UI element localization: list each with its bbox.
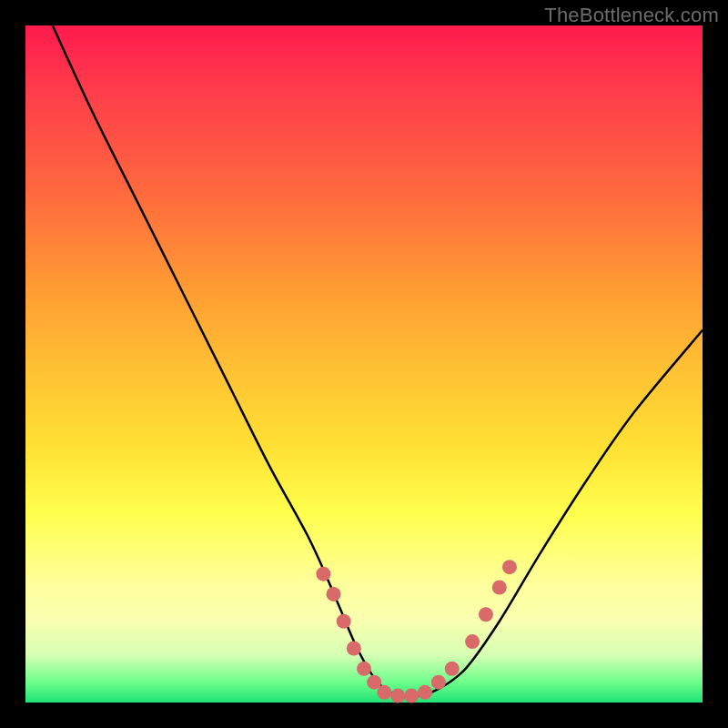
dot <box>479 607 493 622</box>
outer-frame: TheBottleneck.com <box>0 0 728 728</box>
dot <box>431 675 446 690</box>
dot <box>445 662 460 676</box>
dot <box>502 560 517 574</box>
dot <box>390 689 405 703</box>
dot <box>492 581 507 595</box>
dot <box>418 685 432 700</box>
dot <box>404 689 419 703</box>
dot <box>377 685 391 700</box>
dot <box>347 641 361 655</box>
curve-line <box>53 25 703 697</box>
dot <box>337 614 351 629</box>
dot <box>316 567 330 581</box>
dot <box>357 662 371 676</box>
dot <box>327 587 341 602</box>
dot <box>465 634 480 649</box>
curve-path <box>53 25 703 697</box>
chart-svg <box>25 25 703 703</box>
watermark-text: TheBottleneck.com <box>544 4 719 27</box>
plot-area <box>25 25 703 703</box>
highlight-dots <box>316 560 517 703</box>
